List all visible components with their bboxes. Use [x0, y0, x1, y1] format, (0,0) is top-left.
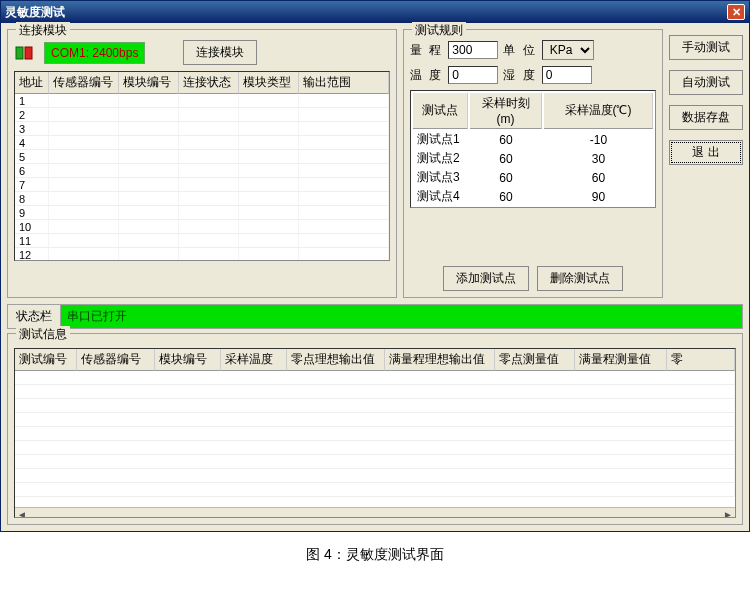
rules-group: 测试规则 量 程 单 位 KPa 温 度 湿 度 测试点 采样时刻(m) — [403, 29, 663, 298]
info-group-title: 测试信息 — [16, 326, 70, 343]
table-row[interactable] — [15, 371, 735, 385]
info-list-body[interactable] — [15, 371, 735, 507]
window-title: 灵敏度测试 — [5, 4, 65, 21]
table-row[interactable]: 3 — [15, 122, 389, 136]
table-row[interactable] — [15, 455, 735, 469]
range-label: 量 程 — [410, 42, 443, 59]
info-group: 测试信息 测试编号 传感器编号 模块编号 采样温度 零点理想输出值 满量程理想输… — [7, 333, 743, 525]
h-scrollbar[interactable]: ◄► — [15, 507, 735, 518]
connect-button[interactable]: 连接模块 — [183, 40, 257, 65]
col-address[interactable]: 地址 — [15, 72, 49, 94]
exit-button[interactable]: 退 出 — [669, 140, 743, 165]
table-row[interactable]: 5 — [15, 150, 389, 164]
del-point-button[interactable]: 删除测试点 — [537, 266, 623, 291]
table-row[interactable]: 7 — [15, 178, 389, 192]
table-row[interactable] — [15, 441, 735, 455]
info-col-7[interactable]: 满量程测量值 — [575, 349, 667, 371]
manual-test-button[interactable]: 手动测试 — [669, 35, 743, 60]
info-col-5[interactable]: 满量程理想输出值 — [385, 349, 495, 371]
table-row[interactable]: 12 — [15, 248, 389, 261]
table-row[interactable]: 2 — [15, 108, 389, 122]
info-col-1[interactable]: 传感器编号 — [77, 349, 155, 371]
table-row[interactable]: 测试点26030 — [413, 150, 653, 167]
info-col-3[interactable]: 采样温度 — [221, 349, 287, 371]
auto-test-button[interactable]: 自动测试 — [669, 70, 743, 95]
table-row[interactable]: 测试点46090 — [413, 188, 653, 205]
table-row[interactable] — [15, 413, 735, 427]
range-input[interactable] — [448, 41, 498, 59]
rules-group-title: 测试规则 — [412, 22, 466, 39]
add-point-button[interactable]: 添加测试点 — [443, 266, 529, 291]
temp-input[interactable] — [448, 66, 498, 84]
table-row[interactable]: 测试点160-10 — [413, 131, 653, 148]
col-sensor-id[interactable]: 传感器编号 — [49, 72, 119, 94]
svg-rect-1 — [25, 47, 32, 59]
right-button-column: 手动测试 自动测试 数据存盘 退 出 — [669, 29, 743, 298]
table-row[interactable]: 1 — [15, 94, 389, 108]
table-row[interactable]: 11 — [15, 234, 389, 248]
table-row[interactable]: 10 — [15, 220, 389, 234]
svg-rect-0 — [16, 47, 23, 59]
table-row[interactable]: 测试点36060 — [413, 169, 653, 186]
window-body: 连接模块 COM1: 2400bps 连接模块 地址 传感器编号 模块编号 连接… — [1, 23, 749, 531]
unit-select[interactable]: KPa — [542, 40, 594, 60]
info-col-4[interactable]: 零点理想输出值 — [287, 349, 385, 371]
status-label: 状态栏 — [8, 305, 61, 328]
port-badge: COM1: 2400bps — [44, 42, 145, 64]
points-col-time[interactable]: 采样时刻(m) — [470, 93, 542, 129]
hum-label: 湿 度 — [503, 67, 536, 84]
table-row[interactable] — [15, 469, 735, 483]
info-col-8[interactable]: 零 — [667, 349, 735, 371]
info-col-6[interactable]: 零点测量值 — [495, 349, 575, 371]
temp-label: 温 度 — [410, 67, 443, 84]
table-row[interactable]: 8 — [15, 192, 389, 206]
app-window: 灵敏度测试 ✕ 连接模块 COM1: 2400bps 连接模块 地址 传感器编号 — [0, 0, 750, 532]
table-row[interactable]: 4 — [15, 136, 389, 150]
col-module-id[interactable]: 模块编号 — [119, 72, 179, 94]
table-row[interactable] — [15, 399, 735, 413]
figure-caption: 图 4：灵敏度测试界面 — [0, 546, 750, 564]
info-col-0[interactable]: 测试编号 — [15, 349, 77, 371]
table-row[interactable]: 9 — [15, 206, 389, 220]
connect-group-title: 连接模块 — [16, 22, 70, 39]
hum-input[interactable] — [542, 66, 592, 84]
module-list-header: 地址 传感器编号 模块编号 连接状态 模块类型 输出范围 — [15, 72, 389, 94]
info-list[interactable]: 测试编号 传感器编号 模块编号 采样温度 零点理想输出值 满量程理想输出值 零点… — [14, 348, 736, 518]
col-conn-status[interactable]: 连接状态 — [179, 72, 239, 94]
info-col-2[interactable]: 模块编号 — [155, 349, 221, 371]
status-text: 串口已打开 — [61, 305, 742, 328]
port-status-icon — [14, 43, 36, 63]
info-list-header: 测试编号 传感器编号 模块编号 采样温度 零点理想输出值 满量程理想输出值 零点… — [15, 349, 735, 371]
points-col-temp[interactable]: 采样温度(℃) — [544, 93, 653, 129]
col-output-range[interactable]: 输出范围 — [299, 72, 389, 94]
col-module-type[interactable]: 模块类型 — [239, 72, 299, 94]
table-row[interactable] — [15, 483, 735, 497]
status-bar: 状态栏 串口已打开 — [7, 304, 743, 329]
table-row[interactable] — [15, 427, 735, 441]
connect-group: 连接模块 COM1: 2400bps 连接模块 地址 传感器编号 模块编号 连接… — [7, 29, 397, 298]
titlebar: 灵敏度测试 ✕ — [1, 1, 749, 23]
table-row[interactable] — [15, 385, 735, 399]
module-list[interactable]: 地址 传感器编号 模块编号 连接状态 模块类型 输出范围 12345678910… — [14, 71, 390, 261]
save-data-button[interactable]: 数据存盘 — [669, 105, 743, 130]
points-col-name[interactable]: 测试点 — [413, 93, 468, 129]
close-button[interactable]: ✕ — [727, 4, 745, 20]
module-list-body[interactable]: 1234567891011121314 — [15, 94, 389, 261]
table-row[interactable]: 6 — [15, 164, 389, 178]
unit-label: 单 位 — [503, 42, 536, 59]
points-table[interactable]: 测试点 采样时刻(m) 采样温度(℃) 测试点160-10测试点26030测试点… — [410, 90, 656, 208]
